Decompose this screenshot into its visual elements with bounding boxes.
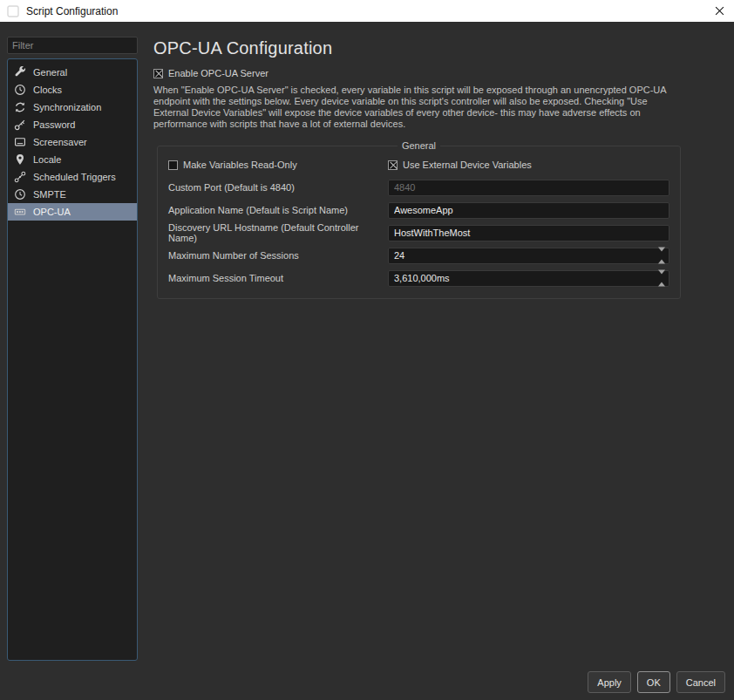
- link-icon: [14, 171, 26, 183]
- title-bar: Script Configuration: [0, 0, 734, 22]
- screen-icon: [14, 136, 26, 148]
- sidebar-item-screensaver[interactable]: Screensaver: [8, 133, 137, 151]
- sidebar-item-scheduled-triggers[interactable]: Scheduled Triggers: [8, 168, 137, 186]
- make-variables-read-only-checkbox[interactable]: Make Variables Read-Only: [168, 160, 388, 170]
- sidebar-item-label: Clocks: [33, 85, 62, 95]
- close-button[interactable]: [704, 0, 734, 22]
- wrench-icon: [14, 66, 26, 78]
- sidebar-item-locale[interactable]: Locale: [8, 151, 137, 168]
- checkbox-icon[interactable]: [153, 69, 163, 78]
- checkbox-icon[interactable]: [388, 160, 398, 170]
- field-row: Application Name (Default is Script Name…: [168, 199, 669, 221]
- sidebar-item-label: OPC-UA: [33, 207, 71, 217]
- sidebar-item-label: Screensaver: [33, 137, 87, 147]
- sidebar-item-label: Synchronization: [33, 102, 101, 112]
- checkbox-label: Enable OPC-UA Server: [168, 68, 268, 78]
- clock-icon: [14, 84, 26, 96]
- checkbox-label: Use External Device Variables: [403, 160, 532, 170]
- spinbox: [388, 248, 669, 264]
- sidebar-item-clocks[interactable]: Clocks: [8, 81, 137, 99]
- page-title: OPC-UA Configuration: [153, 38, 725, 58]
- clock-icon: [14, 188, 26, 200]
- spin-arrows: [658, 255, 665, 257]
- sidebar-list: GeneralClocksSynchronizationPasswordScre…: [7, 58, 138, 661]
- field-label: Discovery URL Hostname (Default Controll…: [168, 222, 388, 243]
- spinbox: [388, 270, 669, 287]
- maximum-session-timeout-input[interactable]: [388, 270, 669, 287]
- general-group: General Make Variables Read-OnlyUse Exte…: [157, 140, 681, 299]
- map-pin-icon: [14, 153, 26, 166]
- sidebar-item-general[interactable]: General: [8, 64, 137, 81]
- filter-input[interactable]: [7, 37, 138, 54]
- footer-buttons: ApplyOKCancel: [588, 671, 725, 693]
- discovery-url-hostname-input[interactable]: [388, 225, 669, 241]
- field-row: Maximum Session Timeout: [168, 267, 669, 289]
- group-title: General: [398, 140, 440, 151]
- app-icon: [7, 5, 19, 17]
- use-external-device-variables-checkbox[interactable]: Use External Device Variables: [388, 160, 669, 170]
- field-row: Discovery URL Hostname (Default Controll…: [168, 221, 669, 244]
- custom-port-input[interactable]: [388, 180, 669, 196]
- network-card-icon: [14, 206, 26, 218]
- group-checkbox-row: Make Variables Read-OnlyUse External Dev…: [168, 153, 669, 176]
- sidebar-item-opc-ua[interactable]: OPC-UA: [8, 203, 137, 221]
- ok-button[interactable]: OK: [637, 671, 670, 693]
- sidebar-item-label: Password: [33, 119, 75, 130]
- description-text: When "Enable OPC-UA Server" is checked, …: [153, 85, 675, 130]
- sidebar-item-smpte[interactable]: SMPTE: [8, 186, 137, 203]
- field-label: Custom Port (Default is 4840): [168, 182, 388, 193]
- arrow-down-icon: [658, 270, 665, 285]
- sidebar: GeneralClocksSynchronizationPasswordScre…: [7, 37, 138, 661]
- close-icon: [715, 6, 724, 16]
- checkbox-icon[interactable]: [168, 160, 178, 170]
- spin-arrows: [658, 277, 665, 280]
- apply-button[interactable]: Apply: [588, 671, 631, 693]
- checkbox-label: Make Variables Read-Only: [183, 160, 297, 170]
- sidebar-item-password[interactable]: Password: [8, 116, 137, 133]
- sidebar-item-label: Scheduled Triggers: [33, 172, 116, 182]
- sidebar-item-label: General: [33, 67, 67, 78]
- sidebar-item-synchronization[interactable]: Synchronization: [8, 99, 137, 116]
- maximum-number-of-sessions-input[interactable]: [388, 248, 669, 264]
- field-label: Maximum Session Timeout: [168, 273, 388, 283]
- sidebar-item-label: Locale: [33, 154, 61, 165]
- key-icon: [14, 119, 26, 131]
- application-name-input[interactable]: [388, 202, 669, 219]
- arrow-down-icon: [658, 248, 665, 262]
- script-configuration-dialog: Script Configuration GeneralClocksSynchr…: [0, 0, 734, 700]
- main-panel: OPC-UA Configuration Enable OPC-UA Serve…: [153, 38, 725, 299]
- sync-icon: [14, 101, 26, 113]
- field-row: Maximum Number of Sessions: [168, 244, 669, 267]
- enable-opcua-server-checkbox[interactable]: Enable OPC-UA Server: [153, 68, 725, 78]
- field-label: Maximum Number of Sessions: [168, 250, 388, 261]
- field-row: Custom Port (Default is 4840): [168, 176, 669, 199]
- window-title: Script Configuration: [26, 5, 118, 17]
- sidebar-item-label: SMPTE: [33, 189, 66, 200]
- cancel-button[interactable]: Cancel: [676, 671, 725, 693]
- field-label: Application Name (Default is Script Name…: [168, 205, 388, 215]
- group-fields: Custom Port (Default is 4840)Application…: [168, 176, 669, 289]
